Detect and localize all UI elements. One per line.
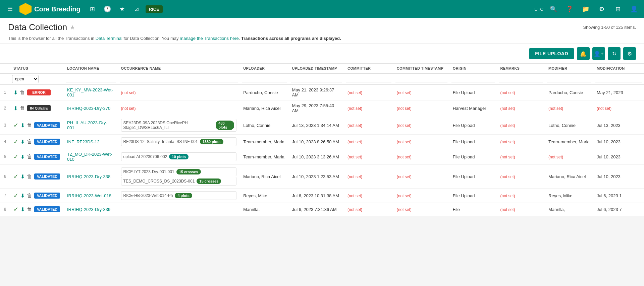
data-terminal-link[interactable]: Data Terminal xyxy=(96,36,122,41)
delete-icon[interactable]: 🗑 xyxy=(20,89,25,95)
delete-icon[interactable]: 🗑 xyxy=(20,105,25,111)
grid-icon[interactable]: ⊞ xyxy=(87,3,99,15)
uploaded-ts-filter-input[interactable] xyxy=(291,76,342,82)
delete-icon[interactable]: 🗑 xyxy=(27,122,32,128)
star-icon[interactable]: ★ xyxy=(116,3,128,15)
location-link[interactable]: INF_RF23DS-12 xyxy=(67,139,100,144)
validate-icon[interactable]: ✓ xyxy=(13,153,18,160)
column-settings-button[interactable]: ⚙ xyxy=(623,47,636,60)
uploader-cell: Lotho, Connie xyxy=(240,116,288,135)
col-modifier[interactable]: MODIFIER xyxy=(545,64,593,73)
location-filter-input[interactable] xyxy=(66,76,116,82)
filter-occurrence[interactable] xyxy=(118,73,240,85)
manage-transactions-link[interactable]: manage the Transactions here xyxy=(180,36,239,41)
download-icon[interactable]: ⬇ xyxy=(20,206,25,213)
download-icon[interactable]: ⬇ xyxy=(20,122,25,129)
location-link[interactable]: KE_KY_MW-2023-Wet-001 xyxy=(67,87,113,97)
not-set-value: (not set) xyxy=(548,155,563,159)
filter-modifier[interactable] xyxy=(545,73,593,85)
modification-filter-input[interactable] xyxy=(595,76,642,82)
remarks-filter-input[interactable] xyxy=(499,76,543,82)
not-set-value: (not set) xyxy=(597,106,611,111)
committer-cell: (not set) xyxy=(344,189,393,203)
location-link[interactable]: PH_II_AU-2023-Dry-001 xyxy=(67,120,107,130)
location-link[interactable]: IRRIHQ-2023-Dry-338 xyxy=(67,174,110,179)
location-link[interactable]: IRRIHQ-2023-Dry-339 xyxy=(67,207,110,212)
location-cell: KE_KY_MW-2023-Wet-001 xyxy=(64,85,118,100)
download-icon[interactable]: ⬇ xyxy=(13,89,18,96)
settings-icon[interactable]: ⚙ xyxy=(596,3,608,15)
validate-icon[interactable]: ✓ xyxy=(13,192,18,199)
not-set-value: (not set) xyxy=(347,207,362,212)
favorite-star[interactable]: ★ xyxy=(70,24,75,31)
filter-committer[interactable] xyxy=(344,73,393,85)
col-committer[interactable]: COMMITTER xyxy=(344,64,393,73)
col-occurrence[interactable]: OCCURRENCE NAME xyxy=(118,64,240,73)
filter-committed-ts[interactable] xyxy=(393,73,449,85)
action-icons: ⬇🗑IN QUEUE xyxy=(13,105,60,112)
download-icon[interactable]: ⬇ xyxy=(20,173,25,180)
filter-remarks[interactable] xyxy=(497,73,545,85)
folder-icon[interactable]: 📁 xyxy=(580,3,592,15)
origin-cell: File Upload xyxy=(449,149,497,165)
filter-uploader[interactable] xyxy=(240,73,288,85)
location-link[interactable]: IRRIHQ-2023-Wet-018 xyxy=(67,193,111,198)
not-set-value: (not set) xyxy=(500,155,515,159)
filter-origin[interactable] xyxy=(449,73,497,85)
modifier-filter-input[interactable] xyxy=(547,76,591,82)
status-filter-select[interactable]: open all error validated in queue xyxy=(12,75,39,83)
apps-icon[interactable]: ⊞ xyxy=(612,3,624,15)
delete-icon[interactable]: 🗑 xyxy=(27,139,32,145)
download-icon[interactable]: ⬇ xyxy=(20,154,25,160)
col-origin[interactable]: ORIGIN xyxy=(449,64,497,73)
col-committed-ts[interactable]: COMMITTED TIMESTAMP xyxy=(393,64,449,73)
col-location[interactable]: LOCATION NAME xyxy=(64,64,118,73)
notification-button[interactable]: 🔔 xyxy=(577,47,590,60)
file-upload-button[interactable]: FILE UPLOAD xyxy=(529,48,574,59)
occurrence-filter-input[interactable] xyxy=(120,76,238,82)
modifier-cell: Mariano, Rica Aicel xyxy=(545,165,593,189)
refresh-button[interactable]: ↻ xyxy=(608,47,621,60)
crop-tag[interactable]: RICE xyxy=(146,5,163,13)
col-status[interactable]: STATUS xyxy=(10,64,64,73)
delete-icon[interactable]: 🗑 xyxy=(27,206,32,212)
user-icon[interactable]: 👤 xyxy=(628,3,640,15)
validate-icon[interactable]: ✓ xyxy=(13,122,18,129)
filter-status[interactable]: open all error validated in queue xyxy=(10,73,64,85)
occurrence-name: RF23DS-12_Salinity_Infanta_SS-INF-001 xyxy=(123,139,198,144)
page-description: This is the browser for all the Transact… xyxy=(8,32,636,44)
delete-icon[interactable]: 🗑 xyxy=(27,154,32,160)
status-badge: ERROR xyxy=(27,89,51,95)
col-remarks[interactable]: REMARKS xyxy=(497,64,545,73)
download-icon[interactable]: ⬇ xyxy=(20,193,25,199)
clock-icon[interactable]: 🕐 xyxy=(101,3,113,15)
origin-filter-input[interactable] xyxy=(451,76,495,82)
download-icon[interactable]: ⬇ xyxy=(20,139,25,145)
location-link[interactable]: TZ_MO_DK-2023-Wet-010 xyxy=(67,152,112,162)
filter-location[interactable] xyxy=(64,73,118,85)
col-uploader[interactable]: UPLOADER xyxy=(240,64,288,73)
delete-icon[interactable]: 🗑 xyxy=(27,193,32,199)
filter-icon[interactable]: ⊿ xyxy=(131,3,143,15)
committer-filter-input[interactable] xyxy=(346,76,391,82)
menu-icon[interactable]: ☰ xyxy=(4,3,16,15)
validate-icon[interactable]: ✓ xyxy=(13,206,18,213)
help-icon[interactable]: ❓ xyxy=(564,3,576,15)
uploader-filter-input[interactable] xyxy=(242,76,286,82)
location-link[interactable]: IRRIHQ-2023-Dry-370 xyxy=(67,106,110,111)
search-icon[interactable]: 🔍 xyxy=(547,3,559,15)
col-modification[interactable]: MODIFICATION xyxy=(593,64,644,73)
committed-ts-filter-input[interactable] xyxy=(395,76,447,82)
col-uploaded-ts[interactable]: UPLOADED TIMESTAMP xyxy=(289,64,344,73)
origin-cell: Harvest Manager xyxy=(449,100,497,116)
delete-icon[interactable]: 🗑 xyxy=(27,173,32,180)
validate-icon[interactable]: ✓ xyxy=(13,173,18,180)
download-icon[interactable]: ⬇ xyxy=(13,105,18,112)
not-set-value: (not set) xyxy=(397,90,412,95)
user-assign-button[interactable]: 👤+ xyxy=(592,47,605,60)
committed-ts-cell: (not set) xyxy=(393,165,449,189)
validate-icon[interactable]: ✓ xyxy=(13,138,18,145)
modification-cell: Jul 6, 2023 7 xyxy=(593,203,644,216)
filter-modification[interactable] xyxy=(593,73,644,85)
filter-uploaded-ts[interactable] xyxy=(289,73,344,85)
